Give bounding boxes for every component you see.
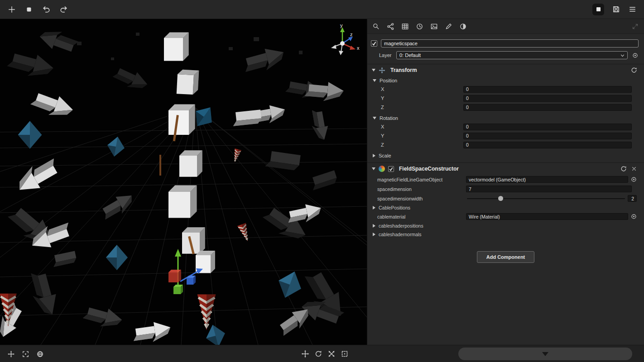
rotation-foldout[interactable]: Rotation [367,114,644,122]
foldout-right-icon [373,154,375,157]
scale-foldout[interactable]: Scale [367,151,644,160]
dropdown-arrow-icon [542,352,548,356]
object-picker-target-icon[interactable] [631,176,637,182]
layer-value: 0: Default [399,52,620,58]
active-checkbox[interactable] [371,40,377,47]
foldout-right-icon [373,206,375,210]
expand-panel-icon[interactable] [631,22,639,31]
cablematerial-row: cablematerial Wire (Material) [367,212,644,221]
position-z-input[interactable] [463,104,632,111]
layer-label: Layer [371,52,393,58]
transform-reset-icon[interactable] [630,67,638,74]
inspector-tabbar [367,19,644,34]
spacedimension-row: spacedimension [367,184,644,194]
transform-title: Transform [390,67,417,73]
cableshaderpositions-label: cableshaderpositions [379,223,423,229]
foldout-down-icon[interactable] [372,167,375,170]
name-input[interactable] [381,39,639,48]
component-header[interactable]: FieldSpaceConstructor [367,163,644,175]
cableshaderpositions-foldout[interactable]: cableshaderpositions [367,221,644,230]
position-x-input[interactable] [463,86,632,93]
position-x-row: X [367,85,644,94]
position-foldout[interactable]: Position [367,76,644,85]
foldout-right-icon [373,224,375,228]
menu-icon[interactable] [628,5,637,14]
rotate-tool-icon[interactable] [314,349,323,358]
stop-button[interactable] [592,4,604,15]
undo-icon[interactable] [42,5,51,14]
pen-icon[interactable] [444,22,453,31]
component-close-icon[interactable] [630,165,638,172]
position-label: Position [380,78,397,83]
frame-selected-icon[interactable] [21,349,30,358]
cableshadernormals-foldout[interactable]: cableshadernormals [367,230,644,238]
rect-tool-icon[interactable] [340,349,349,358]
orientation-gizmo[interactable]: y z x [324,23,362,61]
chevron-down-icon [620,52,625,58]
property-label: magneticFieldLineGameObject [367,177,466,182]
slider-handle[interactable] [498,196,503,201]
axis-label: Y [367,133,463,138]
rotation-label: Rotation [380,115,398,121]
scene-viewport[interactable]: y z x [0,19,367,345]
axis-label: X [367,86,463,92]
inspector-panel: Layer 0: Default Transform [367,19,644,345]
table-icon[interactable] [401,22,409,31]
object-value: vectormodel (GameObject) [469,177,526,182]
history-clock-icon[interactable] [415,22,424,31]
transform-header[interactable]: Transform [367,64,644,76]
square-tool-icon[interactable] [24,5,34,14]
object-field[interactable]: vectormodel (GameObject) [466,176,628,183]
spacedimensionwidth-slider[interactable] [466,195,626,202]
rotation-x-input[interactable] [463,124,632,130]
slider-value: 2 [631,196,634,201]
scene-render[interactable] [0,19,367,345]
render-sphere-icon[interactable] [459,22,467,31]
layer-target-icon[interactable] [631,52,639,59]
layer-dropdown[interactable]: 0: Default [396,51,628,59]
position-z-row: Z [367,103,644,112]
foldout-down-icon [373,79,376,82]
slider-value-field[interactable]: 2 [628,195,637,202]
position-y-row: Y [367,94,644,103]
axis-label-x: x [357,45,360,51]
editor-window: y z x [0,0,644,362]
move-tool-icon[interactable] [301,349,310,358]
transform-icon [379,67,385,74]
spacedimension-input[interactable] [466,186,632,192]
add-component-button[interactable]: Add Component [477,251,535,263]
gizmo-toggle-icon[interactable] [6,349,15,358]
foldout-down-icon[interactable] [372,69,375,71]
position-y-input[interactable] [463,95,632,102]
redo-icon[interactable] [59,5,68,14]
globe-icon[interactable] [35,349,44,358]
add-icon[interactable] [7,5,16,14]
scale-tool-icon[interactable] [327,349,336,358]
object-value: Wire (Material) [469,214,500,219]
rotation-z-input[interactable] [463,142,632,148]
component-enabled-checkbox[interactable] [388,166,394,172]
object-picker-target-icon[interactable] [631,214,637,219]
property-label: spacedimensionwidth [367,196,466,201]
cablepositions-foldout[interactable]: CablePositions [367,203,644,212]
foldout-down-icon [373,117,376,119]
axis-label: X [367,124,463,129]
foldout-right-icon [373,233,375,236]
axis-label: Y [367,95,463,101]
rotation-y-input[interactable] [463,133,632,139]
axis-label: Z [367,105,463,110]
image-icon[interactable] [430,22,438,31]
rotation-z-row: Z [367,140,644,149]
hierarchy-icon[interactable] [386,22,395,31]
top-toolbar [0,0,644,19]
save-icon[interactable] [611,5,620,14]
object-field[interactable]: Wire (Material) [466,213,628,220]
component-reset-icon[interactable] [620,165,627,172]
search-icon[interactable] [372,22,380,31]
spacedimensionwidth-row: spacedimensionwidth 2 [367,194,644,203]
stop-icon [596,7,601,11]
scale-label: Scale [379,153,391,158]
slider-track [467,198,625,199]
rotation-y-row: Y [367,131,644,140]
bottom-dropdown[interactable] [458,348,632,360]
